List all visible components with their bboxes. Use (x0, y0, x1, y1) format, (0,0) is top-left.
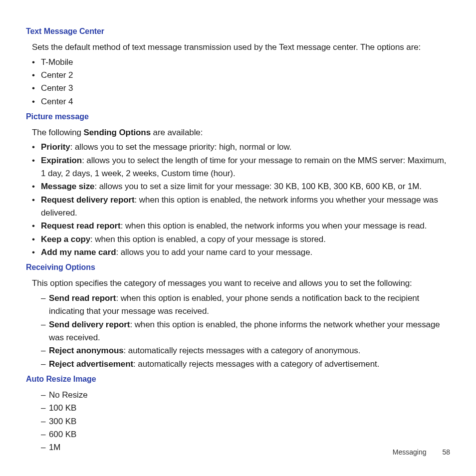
desc: : automatically rejects messages with a … (124, 346, 361, 355)
list-item: Send read report: when this option is en… (41, 292, 450, 318)
heading-picture-message: Picture message (26, 112, 450, 121)
heading-text-message-center: Text Message Center (26, 27, 450, 36)
list-receiving-options: Send read report: when this option is en… (41, 292, 450, 371)
term: Add my name card (41, 247, 116, 257)
term: Request read report (41, 221, 121, 231)
desc: : allows you to add your name card to yo… (116, 247, 313, 257)
term: Send delivery report (49, 320, 130, 329)
intro-receiving-options: This option specifies the category of me… (32, 277, 450, 290)
desc: : allows you to set the message priority… (70, 142, 292, 152)
list-item: Reject advertisement: automatically reje… (41, 358, 450, 371)
intro-picture-message: The following Sending Options are availa… (32, 126, 450, 139)
document-page: Text Message Center Sets the default met… (0, 0, 476, 476)
text-fragment: The following (32, 128, 84, 137)
heading-auto-resize-image: Auto Resize Image (26, 375, 450, 384)
list-item: Center 2 (32, 69, 450, 82)
text-fragment: are available: (151, 128, 203, 137)
footer-page-number: 58 (442, 448, 450, 456)
term: Keep a copy (41, 235, 90, 244)
list-item: Request delivery report: when this optio… (32, 194, 450, 220)
footer-section-name: Messaging (393, 448, 427, 456)
list-item: 300 KB (41, 415, 450, 428)
desc: : allows you to select the length of tim… (41, 156, 446, 178)
list-item: 100 KB (41, 402, 450, 415)
list-item: Center 3 (32, 82, 450, 95)
list-item: Center 4 (32, 95, 450, 108)
page-footer: Messaging 58 (393, 448, 450, 456)
list-text-message-center: T-Mobile Center 2 Center 3 Center 4 (32, 56, 450, 108)
list-item: Keep a copy: when this option is enabled… (32, 233, 450, 246)
desc: : when this option is enabled, the netwo… (121, 221, 427, 231)
list-picture-message: Priority: allows you to set the message … (32, 141, 450, 259)
desc: : allows you to set a size limit for you… (94, 182, 421, 191)
list-item: 1M (41, 441, 450, 454)
desc: : automatically rejects messages with a … (133, 359, 379, 369)
list-item: Priority: allows you to set the message … (32, 141, 450, 154)
list-item: Expiration: allows you to select the len… (32, 154, 450, 181)
list-item: Reject anonymous: automatically rejects … (41, 344, 450, 357)
list-item: No Resize (41, 389, 450, 402)
term: Priority (41, 142, 70, 152)
term: Reject anonymous (49, 346, 124, 355)
intro-text-message-center: Sets the default method of text message … (32, 41, 450, 54)
term: Send read report (49, 293, 116, 303)
term: Request delivery report (41, 195, 135, 205)
list-item: Add my name card: allows you to add your… (32, 246, 450, 259)
list-auto-resize-image: No Resize 100 KB 300 KB 600 KB 1M (41, 389, 450, 455)
list-item: Send delivery report: when this option i… (41, 318, 450, 345)
term: Message size (41, 182, 94, 191)
list-item: 600 KB (41, 428, 450, 441)
text-bold: Sending Options (84, 128, 151, 137)
desc: : when this option is enabled, a copy of… (90, 235, 326, 244)
list-item: Request read report: when this option is… (32, 220, 450, 233)
heading-receiving-options: Receiving Options (26, 263, 450, 272)
term: Reject advertisement (49, 359, 133, 369)
term: Expiration (41, 156, 82, 165)
list-item: Message size: allows you to set a size l… (32, 180, 450, 193)
list-item: T-Mobile (32, 56, 450, 69)
